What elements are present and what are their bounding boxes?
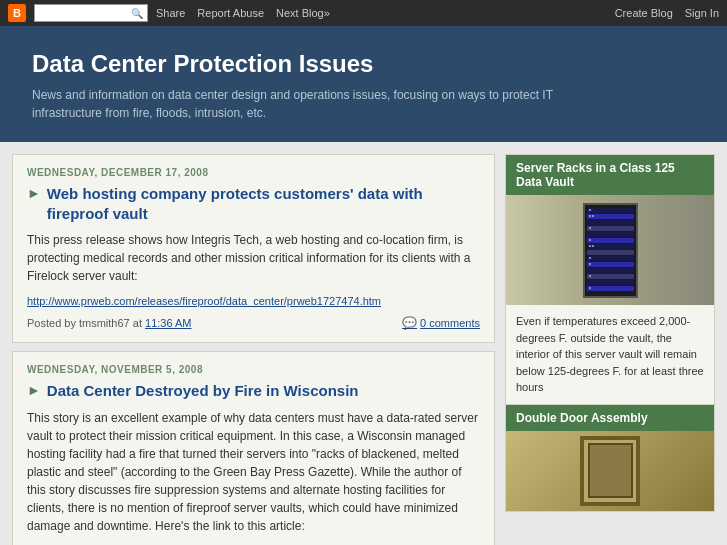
blog-title: Data Center Protection Issues [32, 50, 695, 78]
post-title-1[interactable]: Web hosting company protects customers' … [47, 184, 480, 223]
sign-in-link[interactable]: Sign In [685, 7, 719, 19]
sidebar-widget-2-image [506, 431, 714, 511]
sidebar-widget-1: Server Racks in a Class 125 Data Vault [505, 154, 715, 512]
post-title-row-2: ► Data Center Destroyed by Fire in Wisco… [27, 381, 480, 401]
post-arrow-icon-1: ► [27, 185, 41, 201]
post-body-2: This story is an excellent example of wh… [27, 409, 480, 535]
door-inner [588, 443, 633, 498]
post-title-row-1: ► Web hosting company protects customers… [27, 184, 480, 223]
blog-header: Data Center Protection Issues News and i… [0, 26, 727, 142]
sidebar-widget-1-title: Server Racks in a Class 125 Data Vault [506, 155, 714, 195]
search-box[interactable]: 🔍 [34, 4, 148, 22]
search-icon[interactable]: 🔍 [131, 8, 143, 19]
navbar: B 🔍 Share Report Abuse Next Blog» Create… [0, 0, 727, 26]
post-card-1: WEDNESDAY, DECEMBER 17, 2008 ► Web hosti… [12, 154, 495, 343]
door-bg [506, 431, 714, 511]
post-time-link-1[interactable]: 11:36 AM [145, 317, 191, 329]
server-rack-visual [506, 195, 714, 305]
post-link-1[interactable]: http://www.prweb.com/releases/fireproof/… [27, 295, 381, 307]
door-frame [580, 436, 640, 506]
share-link[interactable]: Share [156, 7, 185, 19]
post-card-2: WEDNESDAY, NOVEMBER 5, 2008 ► Data Cente… [12, 351, 495, 545]
post-comments-1[interactable]: 💬 0 comments [402, 316, 480, 330]
posts-area: WEDNESDAY, DECEMBER 17, 2008 ► Web hosti… [12, 154, 495, 545]
post-footer-1: Posted by tmsmith67 at 11:36 AM 💬 0 comm… [27, 316, 480, 330]
nav-links: Share Report Abuse Next Blog» [156, 7, 330, 19]
report-abuse-link[interactable]: Report Abuse [197, 7, 264, 19]
search-input[interactable] [39, 5, 129, 21]
main-layout: WEDNESDAY, DECEMBER 17, 2008 ► Web hosti… [0, 142, 727, 545]
post-arrow-icon-2: ► [27, 382, 41, 398]
post-body-1: This press release shows how Integris Te… [27, 231, 480, 285]
comment-icon-1: 💬 [402, 316, 417, 330]
post-date-1: WEDNESDAY, DECEMBER 17, 2008 [27, 167, 480, 178]
post-date-2: WEDNESDAY, NOVEMBER 5, 2008 [27, 364, 480, 375]
blog-subtitle: News and information on data center desi… [32, 86, 592, 122]
post-title-2[interactable]: Data Center Destroyed by Fire in Wiscons… [47, 381, 359, 401]
sidebar: Server Racks in a Class 125 Data Vault [505, 154, 715, 512]
post-author-1: Posted by tmsmith67 at 11:36 AM [27, 317, 192, 329]
next-blog-link[interactable]: Next Blog» [276, 7, 330, 19]
blogger-icon: B [8, 4, 26, 22]
sidebar-widget-2-title: Double Door Assembly [506, 404, 714, 431]
sidebar-widget-1-text: Even if temperatures exceed 2,000-degree… [506, 305, 714, 404]
nav-right: Create Blog Sign In [615, 7, 719, 19]
sidebar-widget-1-image [506, 195, 714, 305]
create-blog-link[interactable]: Create Blog [615, 7, 673, 19]
